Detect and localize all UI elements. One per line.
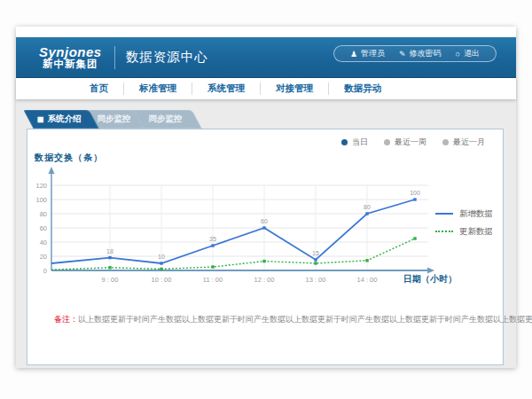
svg-text:11 : 00: 11 : 00 (203, 276, 223, 284)
radio-last-week[interactable]: 最近一周 (384, 137, 426, 148)
user-menu-change-password-label: 修改密码 (410, 48, 442, 59)
legend-update-data-label: 更新数据 (459, 226, 493, 238)
main-nav: 首页 标准管理 系统管理 对接管理 数据异动 (16, 78, 516, 99)
svg-text:40: 40 (40, 239, 47, 246)
radio-today-label: 当日 (352, 137, 368, 148)
legend-item-new-data[interactable]: 新增数据 (435, 205, 493, 223)
tab-system-intro-label: 系统介绍 (48, 113, 82, 125)
radio-last-week-label: 最近一周 (395, 137, 426, 148)
svg-text:14 : 00: 14 : 00 (357, 276, 378, 284)
tab-sync-monitor-2-label: 同步监控 (149, 113, 183, 125)
footnote-text: 以上数据更新于时间产生数据以上数据更新于时间产生数据以上数据更新于时间产生数据以… (78, 315, 532, 324)
nav-item-home[interactable]: 首页 (74, 82, 123, 95)
time-range-filter: 当日 最近一周 最近一月 (325, 137, 485, 148)
svg-text:60: 60 (40, 224, 47, 232)
x-axis-title: 日期（小时） (403, 273, 457, 286)
user-menu-change-password[interactable]: ✎ 修改密码 (392, 48, 449, 59)
chart-panel: 当日 最近一周 最近一月 数据交换（条） 0204060801001209 : … (27, 129, 504, 365)
user-menu-admin[interactable]: ♟ 管理员 (343, 48, 392, 59)
footnote: 备注：以上数据更新于时间产生数据以上数据更新于时间产生数据以上数据更新于时间产生… (54, 314, 532, 325)
user-menu-admin-label: 管理员 (361, 48, 385, 59)
tab-sync-monitor-1-label: 同步监控 (98, 113, 131, 125)
logout-icon: ○ (456, 50, 460, 59)
svg-text:60: 60 (261, 218, 268, 224)
radio-dot-icon (341, 139, 348, 145)
nav-item-data-change[interactable]: 数据异动 (328, 82, 396, 95)
form-icon: ▦ (37, 115, 44, 123)
user-menu-logout-label: 退出 (464, 48, 480, 59)
svg-text:15: 15 (312, 250, 319, 256)
tab-sync-monitor-2[interactable]: 同步监控 (138, 110, 197, 129)
radio-today[interactable]: 当日 (341, 137, 368, 148)
line-chart: 0204060801001209 : 0010 : 0011 : 0012 : … (27, 163, 444, 296)
app-header: Synjones 新中新集团 数据资源中心 ♟ 管理员 ✎ 修改密码 ○ 退出 (16, 37, 516, 78)
svg-text:80: 80 (40, 210, 47, 218)
svg-text:10 : 00: 10 : 00 (152, 276, 172, 284)
app-title: 数据资源中心 (126, 49, 208, 66)
radio-dot-icon (442, 139, 449, 145)
user-icon: ♟ (350, 50, 357, 59)
legend-new-data-label: 新增数据 (459, 208, 493, 220)
company-logo: Synjones 新中新集团 (39, 45, 102, 70)
radio-dot-icon (384, 139, 390, 145)
dotted-line-icon (435, 231, 453, 232)
app-window: Synjones 新中新集团 数据资源中心 ♟ 管理员 ✎ 修改密码 ○ 退出 … (16, 27, 516, 368)
nav-item-interface-management[interactable]: 对接管理 (260, 82, 328, 95)
user-menu-logout[interactable]: ○ 退出 (449, 48, 487, 59)
header-divider (114, 46, 115, 69)
tab-bar: ▦ 系统介绍 同步监控 同步监控 (28, 110, 190, 129)
y-axis-title: 数据交换（条） (35, 152, 103, 164)
legend-item-update-data[interactable]: 更新数据 (435, 223, 493, 240)
svg-text:35: 35 (209, 236, 216, 242)
svg-text:100: 100 (35, 196, 47, 204)
nav-item-standard-management[interactable]: 标准管理 (123, 82, 192, 95)
svg-text:9 : 00: 9 : 00 (102, 276, 119, 284)
user-menu: ♟ 管理员 ✎ 修改密码 ○ 退出 (333, 45, 497, 62)
svg-text:80: 80 (364, 204, 371, 210)
chart-legend: 新增数据 更新数据 (435, 205, 493, 240)
radio-last-month[interactable]: 最近一月 (442, 137, 485, 148)
logo-company-name: 新中新集团 (39, 59, 102, 69)
logo-brand-text: Synjones (39, 45, 102, 59)
svg-text:20: 20 (40, 253, 47, 261)
svg-text:100: 100 (410, 190, 420, 196)
content-area: ▦ 系统介绍 同步监控 同步监控 当日 (16, 99, 516, 368)
svg-text:10: 10 (158, 254, 165, 260)
footnote-prefix: 备注： (54, 315, 78, 324)
svg-text:120: 120 (35, 182, 47, 190)
svg-text:0: 0 (43, 267, 47, 275)
svg-text:18: 18 (106, 248, 113, 254)
nav-item-system-management[interactable]: 系统管理 (192, 82, 260, 95)
radio-last-month-label: 最近一月 (453, 137, 485, 148)
edit-icon: ✎ (399, 50, 406, 59)
svg-text:12 : 00: 12 : 00 (254, 276, 275, 284)
tab-system-intro[interactable]: ▦ 系统介绍 (28, 110, 94, 129)
solid-line-icon (435, 213, 453, 215)
window-top-strip (16, 27, 516, 37)
svg-text:13 : 00: 13 : 00 (306, 276, 326, 284)
